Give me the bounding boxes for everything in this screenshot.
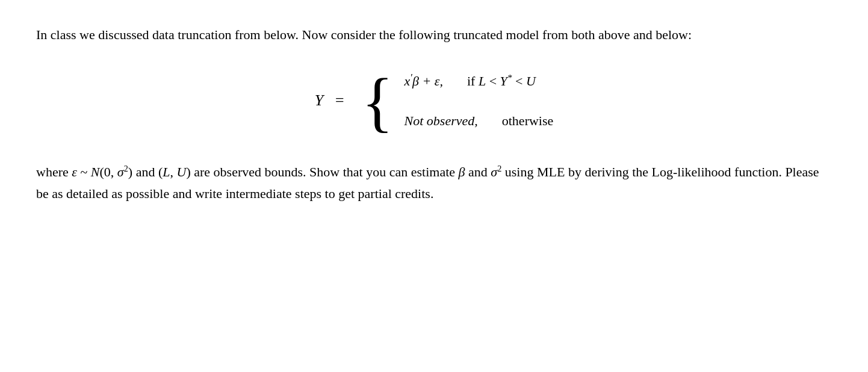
cases-lines: x′β + ε, if L < Y* < U Not observed, oth… [405, 64, 554, 137]
case-1-condition: if L < Y* < U [467, 70, 536, 92]
formula-lhs: Y = [315, 88, 350, 113]
case-1-expr: x′β + ε, [405, 70, 443, 92]
case-2-condition: otherwise [502, 110, 554, 131]
y-variable: Y [315, 88, 323, 113]
formula-block: Y = { x′β + ε, if L < Y* < U Not observe… [36, 64, 832, 137]
case-2-expr: Not observed, [405, 110, 478, 131]
case-2-line: Not observed, otherwise [405, 110, 554, 131]
conclusion-paragraph: where ε ~ N(0, σ2) and (L, U) are observ… [36, 161, 832, 205]
intro-paragraph: In class we discussed data truncation fr… [36, 24, 832, 46]
brace-container: { x′β + ε, if L < Y* < U Not observed, o… [362, 64, 554, 137]
left-brace: { [362, 67, 394, 137]
case-1-line: x′β + ε, if L < Y* < U [405, 70, 554, 92]
equals-sign: = [334, 88, 345, 113]
